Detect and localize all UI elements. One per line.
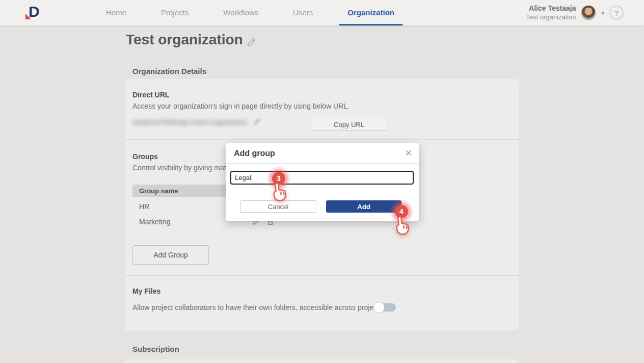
nav-item-workflows[interactable]: Workflows [219,0,262,25]
user-name: Alice Testaaja [526,4,576,13]
nav-item-organization[interactable]: Organization [343,0,398,25]
help-button[interactable]: ? [609,6,624,20]
avatar[interactable] [581,5,596,20]
my-files-description: Allow project collaborators to have thei… [132,303,385,312]
nav-item-home[interactable]: Home [102,0,130,25]
edit-url-pencil-icon[interactable] [253,118,261,127]
modal-title: Add group [234,149,275,158]
my-files-heading: My Files [132,287,160,295]
section-divider [125,275,519,276]
close-icon[interactable]: ✕ [405,148,412,159]
direct-url-value-redacted: localhost:5000/sign-in/test-organization [132,118,252,126]
nav-item-projects[interactable]: Projects [157,0,193,25]
tutorial-hand-pointer-icon [391,214,413,239]
top-nav: D Home Projects Workflows Users Organiza… [0,0,644,25]
chevron-down-icon[interactable]: ▾ [601,10,604,16]
add-group-button[interactable]: Add Group [132,245,209,265]
groups-heading: Groups [132,152,158,161]
add-group-modal: Add group ✕ Legal Cancel Add [226,143,419,221]
user-organization: Test organization [526,13,576,21]
section-divider [125,139,519,140]
subscription-card [125,359,519,363]
edit-title-pencil-icon[interactable] [247,38,256,49]
nav-user-area: Alice Testaaja Test organization ▾ ? [526,0,624,25]
direct-url-heading: Direct URL [132,91,169,99]
logo-d-icon: D [29,3,39,20]
groups-description: Control visibility by giving matc [132,164,230,172]
modal-divider [226,163,419,164]
page-title: Test organization [126,32,243,48]
user-info: Alice Testaaja Test organization [526,4,576,21]
section-header-organization-details: Organization Details [132,67,206,75]
toggle-knob [373,302,385,313]
section-header-subscription: Subscription [132,345,179,353]
my-files-toggle[interactable] [373,302,397,313]
app-logo[interactable]: D [24,3,46,22]
copy-url-button[interactable]: Copy URL [311,118,387,131]
tutorial-hand-pointer-icon [269,180,290,205]
add-button[interactable]: Add [326,200,401,213]
nav-items: Home Projects Workflows Users Organizati… [102,0,398,25]
nav-item-users[interactable]: Users [289,0,317,25]
group-name-input-value: Legal [235,174,251,182]
group-name-input[interactable]: Legal [230,171,414,185]
direct-url-description: Access your organization's sign in page … [132,102,350,110]
text-cursor [252,174,252,182]
